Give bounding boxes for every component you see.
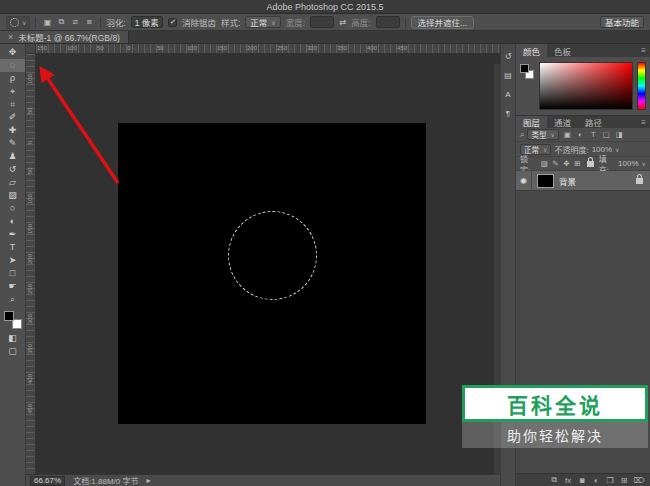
move-tool[interactable]: ✥ [0, 46, 25, 59]
elliptical-selection-marquee[interactable] [228, 211, 317, 300]
chevron-down-icon: ∨ [550, 131, 554, 138]
pixel-filter-icon[interactable]: ▣ [562, 129, 573, 140]
panel-menu-icon[interactable]: ≡ [637, 116, 650, 128]
canvas-pasteboard[interactable] [36, 54, 500, 474]
ruler-number: 0 [126, 44, 156, 53]
layer-filter-dropdown[interactable]: 类型 ∨ [527, 129, 558, 140]
panel-menu-icon[interactable]: ≡ [637, 44, 650, 57]
layer-filter-row: ⌕ 类型 ∨ ▣◐T▢◨ [516, 128, 650, 142]
select-and-mask-button[interactable]: 选择并遮住... [411, 16, 475, 29]
search-icon: ⌕ [520, 130, 524, 140]
intersect-selection-icon[interactable]: ⧈ [83, 16, 95, 28]
add-selection-icon[interactable]: ⧉ [55, 16, 67, 28]
anti-alias-checkbox[interactable]: ✓ [168, 18, 177, 27]
lock-paint-icon[interactable]: ✎ [550, 159, 560, 169]
adjustment-layer-icon[interactable]: ◐ [592, 476, 601, 485]
link-layers-icon[interactable]: ⧉ [550, 475, 559, 485]
zoom-level-field[interactable]: 66.67% [30, 476, 65, 486]
screen-mode-button[interactable]: ▢ [0, 345, 25, 358]
chevron-down-icon: ∨ [642, 160, 646, 167]
zoom-tool[interactable]: ⌕ [0, 293, 25, 306]
tool-icon: ⌖ [10, 87, 15, 96]
quick-mask-button[interactable]: ◧ [0, 332, 25, 345]
eraser-tool[interactable]: ▱ [0, 176, 25, 189]
smart-object-filter-icon[interactable]: ◨ [614, 129, 625, 140]
tab-layers[interactable]: 图层 [516, 116, 547, 128]
chevron-down-icon: ∨ [22, 19, 26, 26]
properties-panel-icon[interactable]: ▤ [502, 69, 514, 81]
tool-icon: ▨ [8, 191, 17, 200]
lock-artboard-icon[interactable]: ⊞ [572, 159, 582, 169]
elliptical-marquee-tool[interactable]: ◌ [0, 59, 25, 72]
workspace-switcher[interactable]: 基本功能 [600, 16, 644, 28]
ruler-number: 300 [27, 294, 35, 324]
feather-input[interactable]: 1 像素 [131, 16, 163, 28]
crop-tool[interactable]: ⌗ [0, 98, 25, 111]
ruler-origin-corner[interactable] [26, 44, 36, 54]
layer-mask-icon[interactable]: ◙ [578, 476, 587, 485]
lock-position-icon[interactable]: ✥ [561, 159, 571, 169]
height-input[interactable] [376, 16, 400, 28]
clone-stamp-tool[interactable]: ♟ [0, 150, 25, 163]
new-selection-icon[interactable]: ▣ [41, 16, 53, 28]
eyedropper-tool[interactable]: ✐ [0, 111, 25, 124]
new-layer-icon[interactable]: ⊞ [620, 476, 629, 485]
blur-tool[interactable]: ○ [0, 202, 25, 215]
tool-preset-picker[interactable]: ∨ [6, 16, 30, 29]
layer-thumbnail[interactable] [537, 174, 554, 188]
adjustment-filter-icon[interactable]: ◐ [575, 129, 586, 140]
tab-color[interactable]: 颜色 [516, 44, 547, 57]
lock-transparency-icon[interactable]: ▨ [539, 159, 549, 169]
history-panel-icon[interactable]: ↺ [502, 50, 514, 62]
lock-all-icon[interactable] [587, 161, 593, 167]
style-dropdown[interactable]: 正常 ∨ [245, 16, 280, 28]
close-tab-icon[interactable]: × [8, 32, 13, 42]
hand-tool[interactable]: ☛ [0, 280, 25, 293]
feather-label: 羽化: [106, 16, 125, 28]
quick-selection-tool[interactable]: ⌖ [0, 85, 25, 98]
layer-visibility-toggle[interactable]: ◉ [516, 171, 532, 191]
type-filter-icon[interactable]: T [588, 129, 599, 140]
saturation-brightness-picker[interactable] [539, 62, 633, 110]
fill-value[interactable]: 100% [618, 159, 638, 168]
history-brush-tool[interactable]: ↺ [0, 163, 25, 176]
tab-channels[interactable]: 通道 [547, 116, 578, 128]
tool-icon: ⌕ [10, 295, 15, 304]
path-selection-tool[interactable]: ➤ [0, 254, 25, 267]
hue-slider[interactable] [637, 62, 646, 110]
selection-mode-group: ▣ ⧉ ⧄ ⧈ [41, 16, 95, 28]
foreground-color-swatch[interactable] [4, 311, 14, 321]
type-tool[interactable]: T [0, 241, 25, 254]
brush-tool[interactable]: ✎ [0, 137, 25, 150]
layer-row-background[interactable]: ◉ 背景 [516, 171, 650, 191]
canvas-image[interactable] [118, 123, 426, 424]
eye-icon: ◉ [520, 176, 527, 185]
foreground-color-swatch[interactable] [520, 64, 529, 73]
tool-icon: ✥ [9, 48, 17, 57]
layer-group-icon[interactable]: ❒ [606, 476, 615, 485]
subtract-selection-icon[interactable]: ⧄ [69, 16, 81, 28]
delete-layer-icon[interactable]: ⌦ [634, 476, 645, 485]
ruler-number: 50 [27, 84, 35, 114]
tool-icon: ♟ [8, 152, 16, 161]
workspace-label: 基本功能 [605, 16, 639, 28]
elliptical-marquee-icon [10, 18, 19, 27]
character-panel-icon[interactable]: A [502, 88, 514, 100]
ruler-number: 100 [66, 44, 96, 53]
lasso-tool[interactable]: ρ [0, 72, 25, 85]
pen-tool[interactable]: ✒ [0, 228, 25, 241]
shape-filter-icon[interactable]: ▢ [601, 129, 612, 140]
layer-effects-icon[interactable]: fx [564, 476, 573, 485]
spot-healing-brush-tool[interactable]: ✚ [0, 124, 25, 137]
document-tab[interactable]: × 未标题-1 @ 66.7%(RGB/8) [0, 31, 129, 43]
swap-dimensions-icon[interactable]: ⇄ [339, 17, 346, 27]
status-menu-chevron-icon[interactable]: ▸ [147, 476, 151, 485]
tab-swatches[interactable]: 色板 [547, 44, 578, 57]
dodge-tool[interactable]: ◐ [0, 215, 25, 228]
gradient-tool[interactable]: ▨ [0, 189, 25, 202]
tab-paths[interactable]: 路径 [578, 116, 609, 128]
height-label: 高度: [351, 16, 370, 28]
shape-tool[interactable]: □ [0, 267, 25, 280]
width-input[interactable] [310, 16, 334, 28]
paragraph-panel-icon[interactable]: ¶ [502, 107, 514, 119]
